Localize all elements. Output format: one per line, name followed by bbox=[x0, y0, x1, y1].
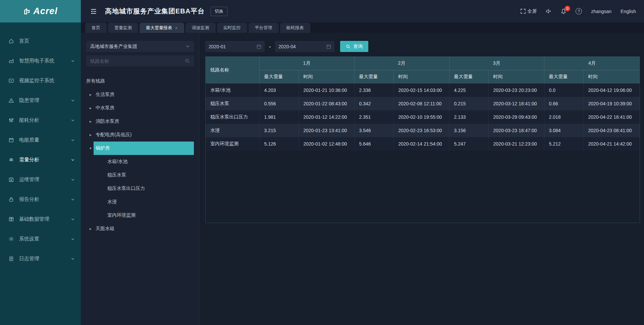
help-icon[interactable]: ? bbox=[576, 8, 582, 14]
tree-node-all-lines[interactable]: 所有线路 bbox=[86, 74, 194, 88]
calendar-icon bbox=[326, 44, 331, 49]
sidebar-item-log-mgmt[interactable]: 日志管理 bbox=[0, 249, 81, 269]
tree-node-dedicated-power-room[interactable]: ▸专配电房(高低压) bbox=[86, 128, 194, 142]
close-icon[interactable]: × bbox=[175, 25, 178, 31]
col-header-time: 时间 bbox=[488, 70, 544, 84]
cell-time: 2020-02-08 12:11:00 bbox=[393, 97, 449, 110]
tab-energy-report[interactable]: 能耗报表 bbox=[280, 23, 310, 33]
menu-fold-icon[interactable] bbox=[90, 8, 97, 15]
sidebar-item-report-analysis[interactable]: 报告分析 bbox=[0, 189, 81, 209]
caret-right-icon[interactable]: ▸ bbox=[90, 92, 96, 97]
col-group-month-2: 2月 bbox=[354, 57, 449, 70]
cell-demand: 0.0 bbox=[544, 84, 583, 97]
tree-node-boiler-room[interactable]: ▾锅炉房 bbox=[86, 142, 194, 155]
sidebar-item-hazard-mgmt[interactable]: 隐患管理 bbox=[0, 91, 81, 110]
cell-time: 2020-03-12 18:41:00 bbox=[488, 97, 544, 110]
tree-node-roof-water-tank[interactable]: ▸天面水箱 bbox=[86, 222, 194, 235]
chevron-down-icon bbox=[71, 158, 75, 162]
open-tabs-bar: 首页 需量监测 最大需量报表 × 谐波监测 实时监控 平台管理 能耗报表 bbox=[81, 22, 644, 33]
sidebar-item-demand-analysis[interactable]: 需量分析 bbox=[0, 150, 81, 170]
cell-time: 2020-01-21 10:36:00 bbox=[299, 84, 354, 97]
cell-demand: 1.981 bbox=[259, 110, 299, 124]
org-select[interactable]: 高地城市服务产业集团 bbox=[86, 41, 194, 52]
caret-right-icon[interactable]: ▸ bbox=[90, 226, 96, 231]
cell-time: 2020-01-02 12:48:00 bbox=[299, 137, 354, 151]
cell-line-name: 室内环境监测 bbox=[206, 137, 259, 151]
page-title: 高地城市服务产业集团EBA平台 bbox=[105, 7, 205, 16]
calendar-icon bbox=[8, 137, 14, 143]
cell-line-name: 水浸 bbox=[206, 124, 259, 137]
tab-max-demand-report[interactable]: 最大需量报表 × bbox=[140, 23, 184, 33]
sidebar-item-energy-analysis[interactable]: 能耗分析 bbox=[0, 110, 81, 130]
cell-demand: 0.342 bbox=[354, 97, 393, 110]
cell-time: 2020-04-23 08:41:00 bbox=[583, 124, 640, 137]
cell-demand: 0.66 bbox=[544, 97, 583, 110]
sidebar-item-video-monitor[interactable]: 视频监控子系统 bbox=[0, 71, 81, 91]
sidebar-item-base-data-mgmt[interactable]: 基础数据管理 bbox=[0, 209, 81, 229]
language-switch[interactable]: English bbox=[621, 9, 636, 14]
sidebar-item-system-settings[interactable]: 系统设置 bbox=[0, 229, 81, 249]
tree-node-indoor-env-monitor[interactable]: 室内环境监测 bbox=[86, 209, 194, 222]
notifications-button[interactable]: 0 bbox=[560, 8, 567, 14]
header-actions: 全屏 0 ? zhangsan English bbox=[521, 8, 644, 14]
cell-demand: 5.126 bbox=[259, 137, 299, 151]
table-row: 室内环境监测 5.126 2020-01-02 12:48:00 5.646 2… bbox=[206, 137, 640, 151]
end-month-picker[interactable]: 2020-04 bbox=[275, 41, 334, 52]
col-group-month-4: 4月 bbox=[544, 57, 640, 70]
tab-harmonic-monitor[interactable]: 谐波监测 bbox=[185, 23, 216, 33]
tab-demand-monitor[interactable]: 需量监测 bbox=[108, 23, 138, 33]
col-group-month-3: 3月 bbox=[449, 57, 544, 70]
video-icon bbox=[8, 78, 14, 84]
user-menu[interactable]: zhangsan bbox=[591, 9, 611, 14]
fullscreen-button[interactable]: 全屏 bbox=[521, 8, 537, 14]
tree-node-reclaimed-water-pump-room[interactable]: ▸中水泵房 bbox=[86, 101, 194, 115]
col-group-month-1: 1月 bbox=[259, 57, 354, 70]
sidebar-item-power-quality[interactable]: 电能质量 bbox=[0, 130, 81, 150]
chevron-down-icon bbox=[71, 118, 75, 122]
acrel-logo-icon bbox=[23, 7, 31, 15]
caret-right-icon[interactable]: ▸ bbox=[90, 132, 96, 137]
tab-home[interactable]: 首页 bbox=[85, 23, 107, 33]
caret-right-icon[interactable]: ▸ bbox=[90, 106, 96, 110]
max-demand-table-container: 线路名称 1月 2月 3月 4月 最大需量 时间 最大需量 时间 最大需量 时间… bbox=[205, 56, 640, 223]
col-header-max-demand: 最大需量 bbox=[449, 70, 488, 84]
search-input[interactable] bbox=[90, 58, 185, 64]
tree-node-fire-pump-room[interactable]: ▸消防水泵房 bbox=[86, 115, 194, 128]
cell-demand: 4.203 bbox=[259, 84, 299, 97]
cell-demand: 5.212 bbox=[544, 137, 583, 151]
tree-node-water-leak[interactable]: 水浸 bbox=[86, 195, 194, 209]
chevron-down-icon bbox=[71, 257, 75, 261]
tree-node-stabilized-pump[interactable]: 稳压水泵 bbox=[86, 168, 194, 182]
tab-realtime-monitor[interactable]: 实时监控 bbox=[217, 23, 247, 33]
cell-time: 2020-04-19 10:39:00 bbox=[583, 97, 640, 110]
fullscreen-icon bbox=[521, 9, 526, 14]
sidebar-item-smart-power[interactable]: 智慧用电子系统 bbox=[0, 51, 81, 71]
cell-demand: 0.215 bbox=[449, 97, 488, 110]
cell-demand: 2.018 bbox=[544, 110, 583, 124]
cell-demand: 0.556 bbox=[259, 97, 299, 110]
tree-node-water-tank-pool[interactable]: 水箱/水池 bbox=[86, 155, 194, 168]
caret-right-icon[interactable]: ▸ bbox=[90, 119, 96, 124]
sidebar-item-ops-mgmt[interactable]: 运维管理 bbox=[0, 170, 81, 189]
calendar-icon bbox=[257, 44, 261, 49]
document-icon bbox=[8, 256, 14, 262]
cell-demand: 3.215 bbox=[259, 124, 299, 137]
switch-button[interactable]: 切换 bbox=[211, 7, 227, 16]
query-button[interactable]: 查询 bbox=[340, 41, 368, 52]
tree-node-life-pump-room[interactable]: ▸生活泵房 bbox=[86, 88, 194, 101]
col-header-time: 时间 bbox=[299, 70, 354, 84]
filter-bar: 2020-01 - 2020-04 查询 bbox=[205, 41, 640, 52]
cell-line-name: 稳压水泵出口压力 bbox=[206, 110, 259, 124]
mute-button[interactable] bbox=[546, 8, 551, 14]
col-header-line-name: 线路名称 bbox=[206, 57, 259, 84]
tree-node-stabilized-pump-outlet-pressure[interactable]: 稳压水泵出口压力 bbox=[86, 182, 194, 195]
start-month-picker[interactable]: 2020-01 bbox=[205, 41, 265, 52]
chevron-down-icon bbox=[71, 138, 75, 142]
sidebar-item-home[interactable]: 首页 bbox=[0, 31, 81, 51]
cell-time: 2020-04-12 19:06:00 bbox=[583, 84, 640, 97]
tab-platform-mgmt[interactable]: 平台管理 bbox=[249, 23, 279, 33]
speaker-muted-icon bbox=[546, 8, 551, 14]
col-header-max-demand: 最大需量 bbox=[544, 70, 583, 84]
chevron-down-icon bbox=[185, 44, 190, 49]
line-tree-panel: 高地城市服务产业集团 所有线路 ▸生活泵房 ▸中水泵房 ▸消防水泵房 ▸专配电房… bbox=[81, 33, 199, 325]
